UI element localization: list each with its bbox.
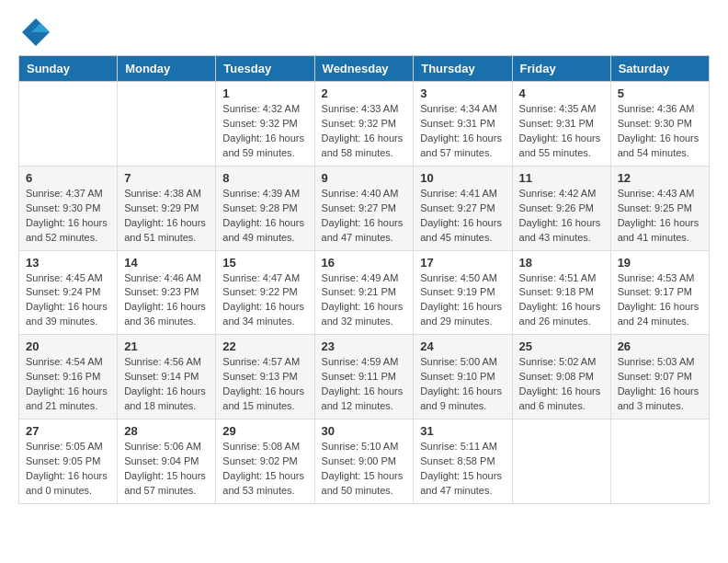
calendar-header-friday: Friday [512, 56, 610, 82]
day-number: 7 [124, 171, 209, 185]
day-info: Sunrise: 5:03 AMSunset: 9:07 PMDaylight:… [618, 355, 702, 414]
calendar-header-sunday: Sunday [19, 56, 118, 82]
day-info: Sunrise: 5:05 AMSunset: 9:05 PMDaylight:… [26, 440, 110, 499]
calendar-cell: 1Sunrise: 4:32 AMSunset: 9:32 PMDaylight… [216, 82, 314, 167]
day-number: 18 [519, 256, 604, 270]
calendar-cell: 22Sunrise: 4:57 AMSunset: 9:13 PMDayligh… [216, 335, 314, 419]
day-info: Sunrise: 4:42 AMSunset: 9:26 PMDaylight:… [519, 187, 604, 246]
calendar-cell: 25Sunrise: 5:02 AMSunset: 9:08 PMDayligh… [512, 335, 610, 419]
day-info: Sunrise: 5:08 AMSunset: 9:02 PMDaylight:… [222, 440, 307, 499]
calendar-cell [19, 82, 118, 167]
day-number: 24 [420, 339, 505, 353]
day-number: 28 [124, 424, 209, 438]
calendar-cell: 27Sunrise: 5:05 AMSunset: 9:05 PMDayligh… [19, 419, 118, 504]
day-number: 9 [322, 171, 407, 185]
day-number: 23 [322, 339, 407, 353]
page-header [18, 18, 710, 46]
calendar-week-row: 27Sunrise: 5:05 AMSunset: 9:05 PMDayligh… [19, 419, 710, 504]
calendar-header-thursday: Thursday [414, 56, 512, 82]
day-number: 22 [222, 339, 307, 353]
day-info: Sunrise: 5:10 AMSunset: 9:00 PMDaylight:… [322, 440, 407, 499]
calendar-cell: 28Sunrise: 5:06 AMSunset: 9:04 PMDayligh… [118, 419, 216, 504]
calendar-cell [118, 82, 216, 167]
day-number: 30 [322, 424, 407, 438]
calendar-week-row: 1Sunrise: 4:32 AMSunset: 9:32 PMDaylight… [19, 82, 710, 167]
day-number: 17 [420, 256, 505, 270]
calendar-week-row: 13Sunrise: 4:45 AMSunset: 9:24 PMDayligh… [19, 250, 710, 335]
day-info: Sunrise: 4:59 AMSunset: 9:11 PMDaylight:… [322, 355, 407, 414]
calendar-cell: 5Sunrise: 4:36 AMSunset: 9:30 PMDaylight… [610, 82, 709, 167]
day-number: 1 [222, 86, 307, 100]
calendar-cell: 20Sunrise: 4:54 AMSunset: 9:16 PMDayligh… [19, 335, 118, 419]
calendar-header-monday: Monday [118, 56, 216, 82]
day-number: 2 [322, 86, 407, 100]
day-info: Sunrise: 4:37 AMSunset: 9:30 PMDaylight:… [26, 187, 110, 246]
calendar-week-row: 6Sunrise: 4:37 AMSunset: 9:30 PMDaylight… [19, 166, 710, 250]
calendar-cell: 21Sunrise: 4:56 AMSunset: 9:14 PMDayligh… [118, 335, 216, 419]
calendar-cell: 2Sunrise: 4:33 AMSunset: 9:32 PMDaylight… [314, 82, 414, 167]
calendar-cell: 6Sunrise: 4:37 AMSunset: 9:30 PMDaylight… [19, 166, 118, 250]
calendar-cell: 3Sunrise: 4:34 AMSunset: 9:31 PMDaylight… [414, 82, 512, 167]
day-number: 13 [26, 256, 110, 270]
calendar-header-wednesday: Wednesday [314, 56, 414, 82]
day-number: 4 [519, 86, 604, 100]
calendar-cell: 10Sunrise: 4:41 AMSunset: 9:27 PMDayligh… [414, 166, 512, 250]
day-number: 21 [124, 339, 209, 353]
day-info: Sunrise: 5:02 AMSunset: 9:08 PMDaylight:… [519, 355, 604, 414]
calendar-cell: 13Sunrise: 4:45 AMSunset: 9:24 PMDayligh… [19, 250, 118, 335]
day-number: 27 [26, 424, 110, 438]
day-info: Sunrise: 4:43 AMSunset: 9:25 PMDaylight:… [618, 187, 702, 246]
day-number: 25 [519, 339, 604, 353]
day-info: Sunrise: 4:39 AMSunset: 9:28 PMDaylight:… [222, 187, 307, 246]
calendar-cell: 18Sunrise: 4:51 AMSunset: 9:18 PMDayligh… [512, 250, 610, 335]
day-number: 11 [519, 171, 604, 185]
day-info: Sunrise: 4:33 AMSunset: 9:32 PMDaylight:… [322, 102, 407, 161]
day-number: 14 [124, 256, 209, 270]
day-info: Sunrise: 4:45 AMSunset: 9:24 PMDaylight:… [26, 271, 110, 330]
day-info: Sunrise: 4:57 AMSunset: 9:13 PMDaylight:… [222, 355, 307, 414]
day-number: 19 [618, 256, 702, 270]
day-info: Sunrise: 4:56 AMSunset: 9:14 PMDaylight:… [124, 355, 209, 414]
calendar-cell: 17Sunrise: 4:50 AMSunset: 9:19 PMDayligh… [414, 250, 512, 335]
calendar-cell [512, 419, 610, 504]
logo [18, 18, 50, 46]
calendar-cell: 7Sunrise: 4:38 AMSunset: 9:29 PMDaylight… [118, 166, 216, 250]
calendar-cell: 15Sunrise: 4:47 AMSunset: 9:22 PMDayligh… [216, 250, 314, 335]
day-info: Sunrise: 4:46 AMSunset: 9:23 PMDaylight:… [124, 271, 209, 330]
calendar-table: SundayMondayTuesdayWednesdayThursdayFrid… [18, 55, 710, 504]
day-number: 15 [222, 256, 307, 270]
calendar-cell: 30Sunrise: 5:10 AMSunset: 9:00 PMDayligh… [314, 419, 414, 504]
calendar-cell: 19Sunrise: 4:53 AMSunset: 9:17 PMDayligh… [610, 250, 709, 335]
day-info: Sunrise: 5:11 AMSunset: 8:58 PMDaylight:… [420, 440, 505, 499]
day-info: Sunrise: 4:35 AMSunset: 9:31 PMDaylight:… [519, 102, 604, 161]
day-number: 3 [420, 86, 505, 100]
calendar-cell: 16Sunrise: 4:49 AMSunset: 9:21 PMDayligh… [314, 250, 414, 335]
day-number: 5 [618, 86, 702, 100]
calendar-cell: 8Sunrise: 4:39 AMSunset: 9:28 PMDaylight… [216, 166, 314, 250]
logo-icon [22, 18, 50, 46]
day-info: Sunrise: 4:54 AMSunset: 9:16 PMDaylight:… [26, 355, 110, 414]
day-info: Sunrise: 4:47 AMSunset: 9:22 PMDaylight:… [222, 271, 307, 330]
calendar-cell: 24Sunrise: 5:00 AMSunset: 9:10 PMDayligh… [414, 335, 512, 419]
calendar-header-row: SundayMondayTuesdayWednesdayThursdayFrid… [19, 56, 710, 82]
calendar-header-saturday: Saturday [610, 56, 709, 82]
day-number: 10 [420, 171, 505, 185]
calendar-cell: 26Sunrise: 5:03 AMSunset: 9:07 PMDayligh… [610, 335, 709, 419]
day-info: Sunrise: 4:53 AMSunset: 9:17 PMDaylight:… [618, 271, 702, 330]
day-number: 12 [618, 171, 702, 185]
calendar-cell: 12Sunrise: 4:43 AMSunset: 9:25 PMDayligh… [610, 166, 709, 250]
day-info: Sunrise: 4:41 AMSunset: 9:27 PMDaylight:… [420, 187, 505, 246]
calendar-header-tuesday: Tuesday [216, 56, 314, 82]
day-number: 20 [26, 339, 110, 353]
calendar-cell [610, 419, 709, 504]
day-number: 8 [222, 171, 307, 185]
day-info: Sunrise: 4:34 AMSunset: 9:31 PMDaylight:… [420, 102, 505, 161]
day-number: 16 [322, 256, 407, 270]
calendar-week-row: 20Sunrise: 4:54 AMSunset: 9:16 PMDayligh… [19, 335, 710, 419]
day-info: Sunrise: 5:00 AMSunset: 9:10 PMDaylight:… [420, 355, 505, 414]
day-info: Sunrise: 4:36 AMSunset: 9:30 PMDaylight:… [618, 102, 702, 161]
day-info: Sunrise: 4:49 AMSunset: 9:21 PMDaylight:… [322, 271, 407, 330]
calendar-cell: 14Sunrise: 4:46 AMSunset: 9:23 PMDayligh… [118, 250, 216, 335]
day-number: 6 [26, 171, 110, 185]
day-number: 26 [618, 339, 702, 353]
